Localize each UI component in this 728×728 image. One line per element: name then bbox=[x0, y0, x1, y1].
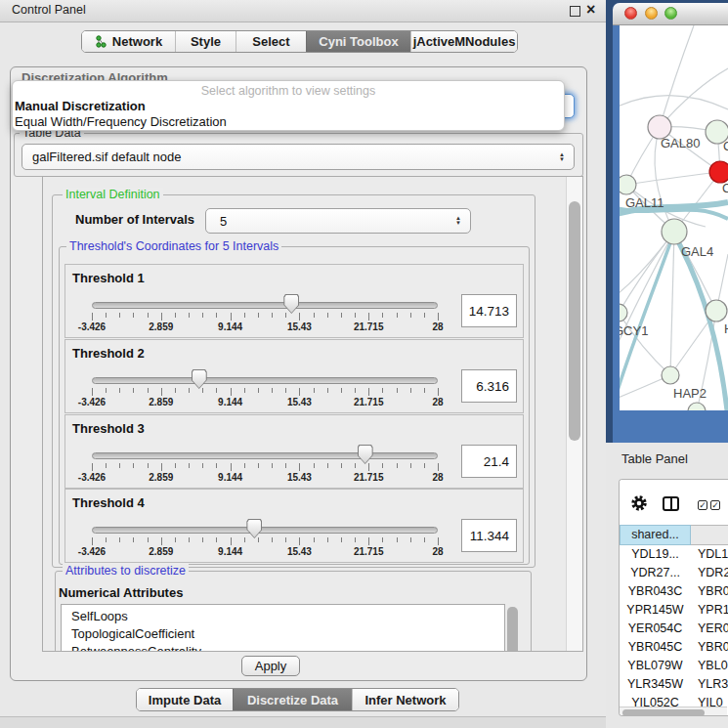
slider-tick-label: 9.144 bbox=[218, 321, 242, 332]
slider-thumb[interactable] bbox=[246, 519, 262, 538]
slider-tick bbox=[438, 313, 439, 321]
numerical-attributes-label: Numerical Attributes bbox=[59, 585, 183, 600]
tab-label: Select bbox=[252, 34, 289, 49]
table-row[interactable]: YBL079WYBL0 bbox=[620, 657, 728, 675]
table-row[interactable]: YDL19...YDL1 bbox=[620, 545, 728, 564]
network-node[interactable] bbox=[620, 304, 627, 321]
network-node[interactable] bbox=[620, 175, 636, 194]
table-row[interactable]: YBR043CYBR0 bbox=[620, 582, 728, 601]
gear-icon[interactable] bbox=[630, 494, 648, 512]
threshold-value-field[interactable]: 6.316 bbox=[461, 369, 517, 403]
slider-thumb[interactable] bbox=[283, 294, 299, 314]
columns-icon[interactable] bbox=[663, 496, 679, 511]
slider-track[interactable] bbox=[92, 452, 438, 459]
tab-select[interactable]: Select bbox=[236, 31, 306, 52]
column-header-shared-name[interactable]: shared... bbox=[620, 525, 691, 545]
slider-tick bbox=[202, 537, 203, 542]
network-edge[interactable] bbox=[620, 96, 728, 112]
list-scrollbar-thumb[interactable] bbox=[507, 607, 518, 652]
checkbox-icon[interactable]: ✓ bbox=[710, 500, 720, 510]
slider-tick bbox=[341, 313, 342, 318]
numerical-attributes-list[interactable]: SelfLoopsTopologicalCoefficientBetweenne… bbox=[61, 604, 505, 652]
slider-tick-label: 2.859 bbox=[149, 472, 173, 483]
attribute-list-item[interactable]: SelfLoops bbox=[62, 605, 504, 625]
network-node[interactable] bbox=[688, 403, 706, 410]
slider-track[interactable] bbox=[92, 302, 438, 309]
dropdown-option-equal-width[interactable]: Equal Width/Frequency Discretization bbox=[15, 114, 227, 129]
slider-tick bbox=[148, 313, 149, 318]
slider-tick bbox=[285, 463, 286, 468]
attributes-group: Attributes to discretize Numerical Attri… bbox=[55, 571, 532, 652]
vertical-scrollbar[interactable] bbox=[566, 177, 582, 651]
cell-shared-name: YBL079W bbox=[620, 657, 691, 675]
table-row[interactable]: YER054CYER0 bbox=[620, 620, 728, 638]
horizontal-scrollbar[interactable] bbox=[620, 707, 727, 716]
threshold-value-field[interactable]: 11.344 bbox=[461, 519, 517, 552]
dropdown-option-manual-discretization[interactable]: Manual Discretization bbox=[15, 99, 146, 113]
threshold-value-field[interactable]: 21.4 bbox=[461, 445, 517, 478]
table-row[interactable]: YBR045CYBR0 bbox=[620, 638, 728, 657]
slider-tick bbox=[258, 463, 259, 468]
network-edge[interactable] bbox=[620, 232, 674, 303]
dropdown-hint-item[interactable]: Select algorithm to view settings bbox=[13, 84, 564, 98]
tab-infer-network[interactable]: Infer Network bbox=[352, 689, 458, 710]
slider-tick bbox=[410, 537, 411, 542]
horizontal-scrollbar-thumb[interactable] bbox=[622, 709, 705, 716]
tab-impute-data[interactable]: Impute Data bbox=[137, 689, 233, 710]
network-edge-thick[interactable] bbox=[674, 235, 727, 410]
thresholds-group: Threshold's Coordinates for 5 Intervals … bbox=[59, 246, 530, 565]
tab-discretize-data[interactable]: Discretize Data bbox=[233, 689, 352, 710]
slider-tick bbox=[299, 313, 300, 321]
slider-thumb[interactable] bbox=[192, 369, 207, 389]
network-edge[interactable] bbox=[660, 25, 694, 127]
slider-tick bbox=[119, 463, 120, 468]
slider-tick bbox=[368, 537, 369, 545]
slider-thumb[interactable] bbox=[358, 445, 373, 464]
tab-network[interactable]: Network bbox=[82, 31, 175, 52]
table-row[interactable]: YPR145WYPR1 bbox=[620, 601, 728, 620]
column-header-name[interactable]: na bbox=[691, 525, 728, 545]
table-data-combobox[interactable]: galFiltered.sif default node ▲▼ bbox=[21, 144, 575, 170]
attribute-list-item[interactable]: TopologicalCoefficient bbox=[62, 625, 504, 643]
float-window-icon[interactable] bbox=[570, 6, 580, 17]
slider-tick bbox=[272, 388, 273, 393]
attribute-list-item[interactable]: BetweennessCentrality bbox=[62, 643, 504, 652]
apply-button[interactable]: Apply bbox=[241, 656, 300, 676]
tab-cyni-toolbox[interactable]: Cyni Toolbox bbox=[306, 31, 410, 52]
close-traffic-light-icon[interactable] bbox=[624, 7, 637, 20]
vertical-scrollbar-thumb[interactable] bbox=[569, 201, 580, 441]
zoom-traffic-light-icon[interactable] bbox=[664, 7, 677, 20]
network-window-titlebar[interactable] bbox=[613, 3, 728, 25]
slider-tick-label: 2.859 bbox=[149, 321, 173, 332]
tab-jactivemnodules[interactable]: jActiveMNodules bbox=[410, 31, 517, 52]
slider-track[interactable] bbox=[92, 377, 438, 384]
slider-tick bbox=[410, 463, 411, 468]
network-node[interactable] bbox=[662, 219, 687, 244]
network-node[interactable] bbox=[706, 300, 727, 321]
minimize-traffic-light-icon[interactable] bbox=[645, 7, 658, 20]
threshold-value-field[interactable]: 14.713 bbox=[461, 294, 517, 327]
slider-tick bbox=[355, 463, 356, 468]
tab-style[interactable]: Style bbox=[175, 31, 236, 52]
slider-tick-label: 2.859 bbox=[149, 546, 173, 557]
network-edge[interactable] bbox=[620, 232, 674, 313]
checkbox-icon[interactable]: ✓ bbox=[698, 500, 707, 510]
network-canvas[interactable]: GAL80GALGAL11CGAL4GCY1HHAP2 bbox=[620, 25, 728, 410]
network-edge[interactable] bbox=[670, 232, 674, 375]
bottom-tab-bar: Impute DataDiscretize DataInfer Network bbox=[136, 688, 459, 711]
slider-tick bbox=[397, 537, 398, 542]
table-row[interactable]: YDR27...YDR2 bbox=[620, 564, 728, 582]
table-row[interactable]: YLR345WYLR3 bbox=[620, 675, 728, 694]
network-node[interactable] bbox=[709, 161, 728, 183]
slider-tick bbox=[258, 537, 259, 542]
number-of-intervals-combobox[interactable]: 5 ▲▼ bbox=[205, 208, 471, 234]
slider-tick bbox=[202, 313, 203, 318]
slider-tick bbox=[175, 388, 176, 393]
network-edge[interactable] bbox=[626, 172, 720, 185]
node-table-card: ✓ ✓ shared... na YDL19...YDL1YDR27...YDR… bbox=[619, 479, 728, 716]
slider-track[interactable] bbox=[92, 527, 438, 534]
network-node-label: HAP2 bbox=[673, 386, 707, 401]
network-node[interactable] bbox=[662, 366, 679, 384]
close-icon[interactable]: × bbox=[586, 1, 595, 19]
combo-spinner-icon: ▲▼ bbox=[559, 152, 565, 162]
